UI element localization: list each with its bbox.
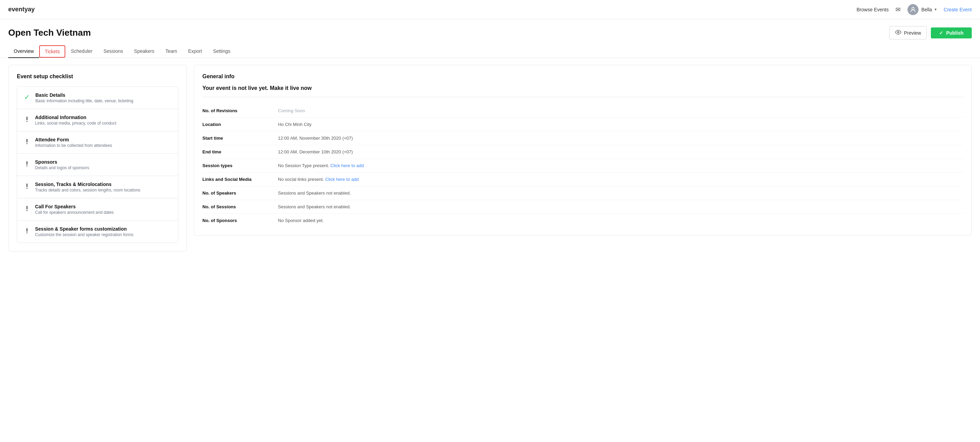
- tab-overview[interactable]: Overview: [8, 45, 39, 58]
- publish-button[interactable]: ✓ Publish: [931, 27, 972, 38]
- checklist-item-sponsors[interactable]: Sponsors Details and logos of sponsors: [17, 154, 178, 176]
- sponsors-desc: Details and logos of sponsors: [35, 165, 171, 170]
- call-for-speakers-title: Call For Speakers: [35, 204, 171, 209]
- tab-scheduler[interactable]: Scheduler: [65, 45, 98, 58]
- table-row-speakers: No. of Speakers Sessions and Speakers no…: [202, 186, 963, 200]
- table-row-social-media: Links and Social Media No social links p…: [202, 173, 963, 186]
- start-time-label: Start time: [202, 131, 278, 145]
- tab-export[interactable]: Export: [183, 45, 207, 58]
- start-time-value: 12:00 AM, November 30th 2020 (+07): [278, 131, 963, 145]
- header-actions: Preview ✓ Publish: [889, 26, 972, 40]
- sponsors-label: No. of Sponsors: [202, 214, 278, 228]
- speakers-label: No. of Speakers: [202, 186, 278, 200]
- basic-details-desc: Basic information including title, date,…: [35, 98, 171, 103]
- attendee-form-title: Attendee Form: [35, 137, 171, 143]
- logo: eventyay: [8, 6, 35, 13]
- general-info-card: General info Your event is not live yet.…: [194, 65, 972, 236]
- create-event-button[interactable]: Create Event: [943, 7, 972, 13]
- page-header: Open Tech Vietnam Preview ✓ Publish: [0, 19, 980, 45]
- click-here-social[interactable]: Click here to add: [325, 177, 359, 182]
- end-time-value: 12:00 AM, December 10th 2020 (+07): [278, 145, 963, 159]
- additional-info-title: Additional Information: [35, 115, 171, 120]
- user-menu[interactable]: Bella ▾: [907, 4, 937, 15]
- checklist-item-call-for-speakers[interactable]: Call For Speakers Call for speakers anno…: [17, 198, 178, 221]
- speakers-value: Sessions and Speakers not enabled.: [278, 186, 963, 200]
- checklist-item-basic-details[interactable]: ✓ Basic Details Basic information includ…: [17, 87, 178, 109]
- exclaim-icon-tracks: [24, 184, 30, 189]
- sessions-label: No. of Sessions: [202, 200, 278, 214]
- checklist-title: Event setup checklist: [17, 73, 178, 79]
- tab-tickets[interactable]: Tickets: [39, 45, 65, 58]
- table-row-start-time: Start time 12:00 AM, November 30th 2020 …: [202, 131, 963, 145]
- checklist-items: ✓ Basic Details Basic information includ…: [17, 87, 178, 243]
- social-media-label: Links and Social Media: [202, 173, 278, 186]
- exclaim-icon-forms: [24, 228, 30, 233]
- check-icon: ✓: [24, 93, 30, 101]
- checklist-item-session-tracks[interactable]: Session, Tracks & Microlocations Tracks …: [17, 176, 178, 198]
- revisions-label: No. of Revisions: [202, 104, 278, 118]
- click-here-session-types[interactable]: Click here to add: [330, 163, 364, 168]
- checklist-item-attendee-form[interactable]: Attendee Form Information to be collecte…: [17, 131, 178, 154]
- main-content: Event setup checklist ✓ Basic Details Ba…: [0, 58, 980, 258]
- tab-speakers[interactable]: Speakers: [129, 45, 160, 58]
- browse-events-link[interactable]: Browse Events: [857, 7, 889, 13]
- avatar: [907, 4, 918, 15]
- social-media-value: No social links present. Click here to a…: [278, 173, 963, 186]
- table-row-sponsors: No. of Sponsors No Sponsor added yet.: [202, 214, 963, 228]
- forms-customization-desc: Customize the session and speaker regist…: [35, 232, 171, 237]
- checklist-item-additional-info[interactable]: Additional Information Links, social med…: [17, 109, 178, 131]
- call-for-speakers-desc: Call for speakers announcement and dates: [35, 210, 171, 215]
- session-types-value: No Session Type present. Click here to a…: [278, 159, 963, 173]
- live-banner: Your event is not live yet. Make it live…: [202, 85, 963, 97]
- top-nav: eventyay Browse Events ✉ Bella ▾ Create …: [0, 0, 980, 19]
- forms-customization-title: Session & Speaker forms customization: [35, 226, 171, 231]
- revisions-value: Coming Soon: [278, 104, 963, 118]
- sponsors-title: Sponsors: [35, 159, 171, 165]
- table-row-revisions: No. of Revisions Coming Soon: [202, 104, 963, 118]
- sessions-value: Sessions and Speakers not enabled.: [278, 200, 963, 214]
- table-row-location: Location Ho Chi Minh City: [202, 118, 963, 131]
- basic-details-title: Basic Details: [35, 92, 171, 98]
- chevron-down-icon: ▾: [935, 7, 937, 12]
- location-value: Ho Chi Minh City: [278, 118, 963, 131]
- end-time-label: End time: [202, 145, 278, 159]
- user-name: Bella: [921, 7, 932, 13]
- table-row-end-time: End time 12:00 AM, December 10th 2020 (+…: [202, 145, 963, 159]
- session-tracks-desc: Tracks details and colors, session lengt…: [35, 188, 171, 193]
- attendee-form-desc: Information to be collected from attende…: [35, 143, 171, 148]
- session-types-label: Session types: [202, 159, 278, 173]
- top-nav-right: Browse Events ✉ Bella ▾ Create Event: [857, 4, 972, 15]
- table-row-sessions: No. of Sessions Sessions and Speakers no…: [202, 200, 963, 214]
- tab-team[interactable]: Team: [160, 45, 183, 58]
- info-table: No. of Revisions Coming Soon Location Ho…: [202, 104, 963, 227]
- check-publish-icon: ✓: [939, 30, 943, 36]
- general-info-title: General info: [202, 73, 963, 79]
- checklist-item-forms-customization[interactable]: Session & Speaker forms customization Cu…: [17, 221, 178, 242]
- svg-point-0: [912, 7, 914, 10]
- tab-sessions[interactable]: Sessions: [98, 45, 129, 58]
- sponsors-value: No Sponsor added yet.: [278, 214, 963, 228]
- exclaim-icon-sponsors: [24, 161, 30, 166]
- preview-button[interactable]: Preview: [889, 26, 927, 40]
- mail-icon[interactable]: ✉: [896, 6, 900, 13]
- checklist-card: Event setup checklist ✓ Basic Details Ba…: [8, 65, 187, 252]
- exclaim-icon: [24, 117, 30, 122]
- publish-label: Publish: [946, 30, 964, 36]
- location-label: Location: [202, 118, 278, 131]
- tab-settings[interactable]: Settings: [208, 45, 236, 58]
- additional-info-desc: Links, social media, privacy, code of co…: [35, 121, 171, 125]
- exclaim-icon-speakers: [24, 206, 30, 211]
- tabs-bar: Overview Tickets Scheduler Sessions Spea…: [0, 45, 980, 58]
- svg-point-1: [897, 32, 899, 33]
- page-title: Open Tech Vietnam: [8, 27, 91, 38]
- exclaim-icon-attendee: [24, 139, 30, 144]
- table-row-session-types: Session types No Session Type present. C…: [202, 159, 963, 173]
- session-tracks-title: Session, Tracks & Microlocations: [35, 182, 171, 187]
- preview-label: Preview: [904, 30, 921, 36]
- eye-icon: [895, 29, 901, 36]
